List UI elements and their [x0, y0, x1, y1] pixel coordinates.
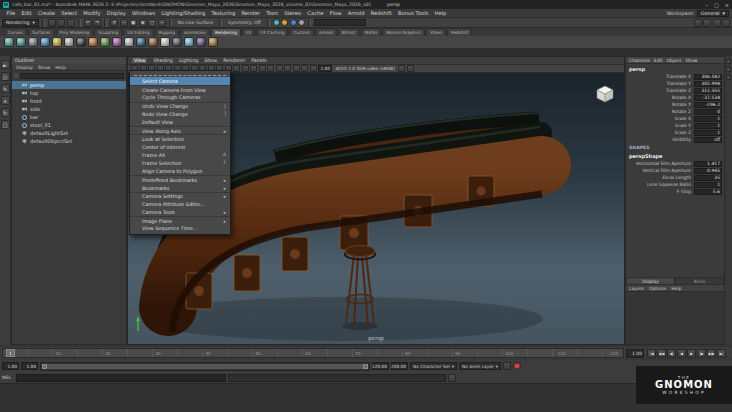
viewport-toolbar-icon[interactable] — [233, 65, 240, 72]
menu-item[interactable]: Render — [239, 10, 263, 16]
channel-name[interactable]: Scale X — [626, 116, 694, 121]
view-menu-item[interactable]: Align Camera to Polygon — [130, 167, 230, 175]
playback-button[interactable]: ◀ — [677, 349, 686, 358]
current-time-indicator[interactable]: 1 — [6, 349, 15, 357]
view-menu-item[interactable]: Undo View Change [ — [130, 102, 230, 110]
shelf-tool-icon[interactable] — [112, 37, 122, 47]
range-handle-left[interactable] — [42, 364, 47, 369]
minimize-button[interactable]: – — [706, 2, 709, 8]
playback-button[interactable]: |▶ — [697, 349, 706, 358]
panel-menu-item[interactable]: Show — [204, 58, 217, 63]
sidebar-toggle-icon[interactable] — [694, 19, 702, 27]
channel-value-field[interactable]: -296.2 — [694, 102, 722, 108]
menu-item[interactable]: Toon — [264, 10, 281, 16]
close-button[interactable]: × — [725, 2, 729, 8]
sidebar-toggle-icon[interactable] — [703, 19, 711, 27]
viewport-settings-icon[interactable] — [407, 65, 414, 72]
range-slider[interactable] — [40, 362, 370, 371]
animation-end-field[interactable]: 200.00 — [391, 362, 408, 370]
outliner-menu-item[interactable]: Help — [55, 65, 65, 70]
status-separator[interactable] — [308, 19, 311, 27]
panel-menu-item[interactable]: Panels — [251, 58, 266, 63]
status-separator[interactable] — [219, 19, 222, 27]
toolbox-tool-icon[interactable]: + — [1, 96, 10, 105]
shelf-tool-icon[interactable] — [88, 37, 98, 47]
shelf-tool-icon[interactable] — [196, 37, 206, 47]
maximize-button[interactable]: □ — [714, 2, 719, 8]
title-bar[interactable]: M cafe_bar_01.ma* - Autodesk MAYA 2026.2… — [0, 0, 732, 9]
viewport-toolbar-icon[interactable] — [250, 65, 257, 72]
view-menu-item[interactable]: Camera Attribute Editor... — [130, 200, 230, 208]
view-menu-item[interactable]: Default View — [130, 118, 230, 126]
color-space-select[interactable]: ACES 1.0 SDR-video (sRGB) — [334, 66, 397, 71]
toolbox-tool-icon[interactable]: ► — [1, 60, 10, 69]
playback-button[interactable]: ▶▶ — [707, 349, 716, 358]
tab-display[interactable]: Display — [626, 277, 675, 285]
playback-button[interactable]: ▶| — [717, 349, 726, 358]
shelf-tool-icon[interactable] — [184, 37, 194, 47]
panel-menu-item[interactable]: Renderer — [223, 58, 245, 63]
menu-item[interactable]: Create — [35, 10, 57, 16]
render-icon[interactable] — [281, 19, 288, 26]
toolbox-tool-icon[interactable]: □ — [1, 120, 10, 129]
outliner-menu-item[interactable]: Display — [16, 65, 33, 70]
range-bar[interactable] — [42, 364, 368, 369]
shelf-tab[interactable]: Curves — [4, 28, 27, 36]
render-icon[interactable] — [290, 19, 297, 26]
channel-box-menu-item[interactable]: Edit — [654, 58, 663, 63]
shelf-tab[interactable]: Rendering — [211, 28, 241, 36]
viewport-toolbar-icon[interactable] — [276, 65, 283, 72]
current-frame-field[interactable]: 1.00 — [626, 349, 644, 358]
layer-editor-menu-item[interactable]: Options — [649, 286, 666, 291]
snap-icon[interactable]: ~ — [120, 19, 128, 27]
status-separator[interactable] — [42, 19, 45, 27]
menu-item[interactable]: Display — [104, 10, 128, 16]
menu-tearoff-handle[interactable] — [134, 72, 226, 76]
channel-value-field[interactable]: off — [694, 137, 722, 143]
playback-button[interactable]: ◀| — [667, 349, 676, 358]
snap-icon[interactable]: □ — [148, 19, 156, 27]
channel-name[interactable]: Rotate Y — [626, 102, 694, 107]
character-set-select[interactable]: No Character Set ▾ — [410, 362, 457, 370]
channel-value-field[interactable]: 35 — [694, 175, 722, 181]
shelf-tool-icon[interactable] — [40, 37, 50, 47]
shelf-tab[interactable]: MASH — [361, 28, 382, 36]
workspace-select[interactable]: General ▾ — [697, 10, 729, 17]
channel-name[interactable]: Visibility — [626, 137, 694, 142]
channel-value-field[interactable]: 1 — [694, 123, 722, 129]
attribute-editor-dock-icon[interactable] — [726, 67, 731, 72]
outliner-item[interactable]: persp — [12, 81, 126, 89]
menu-item[interactable]: Help — [432, 10, 449, 16]
status-separator[interactable] — [78, 19, 81, 27]
shelf-tab[interactable]: Animation — [180, 28, 210, 36]
viewport-toolbar-icon[interactable] — [284, 65, 291, 72]
tool-settings-dock-icon[interactable] — [726, 75, 731, 80]
view-menu-item[interactable]: Center of Interest — [130, 143, 230, 151]
menu-item[interactable]: Lighting/Shading — [159, 10, 208, 16]
shelf-tool-icon[interactable] — [52, 37, 62, 47]
view-menu-item[interactable]: Camera Tools — [130, 208, 230, 216]
channel-name[interactable]: Lens Squeeze Ratio — [626, 182, 694, 187]
history-icon[interactable]: ↷ — [93, 19, 101, 27]
channel-value-field[interactable]: 5.6 — [694, 189, 722, 195]
exposure-field[interactable]: 1.00 — [318, 65, 332, 72]
channel-value-field[interactable]: 1 — [694, 130, 722, 136]
channel-name[interactable]: Rotate Z — [626, 109, 694, 114]
channel-value-field[interactable]: 306.582 — [694, 74, 722, 80]
status-separator[interactable] — [169, 19, 172, 27]
status-separator[interactable] — [267, 19, 270, 27]
menu-item[interactable]: Texturing — [209, 10, 238, 16]
menu-item[interactable]: Modify — [81, 10, 103, 16]
shelf-tool-icon[interactable] — [76, 37, 86, 47]
outliner-item[interactable]: bar — [12, 113, 126, 121]
channel-value-field[interactable]: 1 — [694, 116, 722, 122]
channel-box-menu-item[interactable]: Show — [685, 58, 697, 63]
viewport-toolbar-icon[interactable] — [242, 65, 249, 72]
sidebar-toggle-icon[interactable] — [722, 19, 730, 27]
shelf-tool-icon[interactable] — [148, 37, 158, 47]
quick-input-field[interactable] — [314, 19, 366, 26]
playback-button[interactable]: |◀ — [647, 349, 656, 358]
layer-editor-menu-item[interactable]: Layers — [629, 286, 644, 291]
menu-item[interactable]: Edit — [19, 10, 34, 16]
toolbox-tool-icon[interactable]: ↻ — [1, 108, 10, 117]
